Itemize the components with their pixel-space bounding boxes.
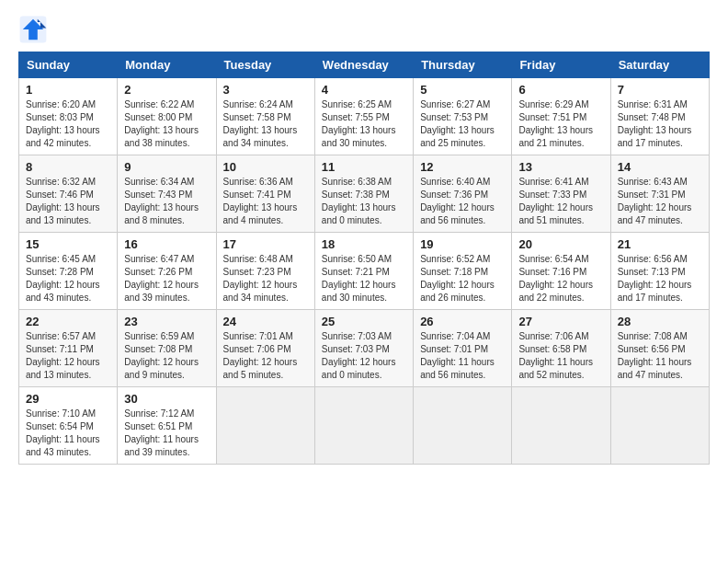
column-header-tuesday: Tuesday [216,52,314,78]
day-number: 22 [26,315,110,328]
day-cell: 21 Sunrise: 6:56 AM Sunset: 7:13 PM Dayl… [610,233,709,310]
day-info: Sunrise: 6:29 AM Sunset: 7:51 PM Dayligh… [518,98,603,150]
day-info: Sunrise: 7:12 AM Sunset: 6:51 PM Dayligh… [124,408,209,459]
column-header-friday: Friday [512,52,610,78]
day-info: Sunrise: 7:03 AM Sunset: 7:03 PM Dayligh… [322,330,406,382]
day-info: Sunrise: 6:43 AM Sunset: 7:31 PM Dayligh… [618,176,702,227]
day-info: Sunrise: 6:50 AM Sunset: 7:21 PM Dayligh… [322,253,406,304]
day-cell: 30 Sunrise: 7:12 AM Sunset: 6:51 PM Dayl… [118,387,216,465]
day-info: Sunrise: 6:48 AM Sunset: 7:23 PM Dayligh… [223,253,308,304]
day-number: 2 [124,83,209,97]
day-info: Sunrise: 6:40 AM Sunset: 7:36 PM Dayligh… [420,176,505,227]
day-number: 10 [223,160,308,174]
week-row-3: 15 Sunrise: 6:45 AM Sunset: 7:28 PM Dayl… [19,233,710,310]
day-cell: 12 Sunrise: 6:40 AM Sunset: 7:36 PM Dayl… [414,155,512,233]
day-cell: 18 Sunrise: 6:50 AM Sunset: 7:21 PM Dayl… [314,233,413,310]
day-info: Sunrise: 6:20 AM Sunset: 8:03 PM Dayligh… [26,98,110,150]
day-number: 7 [618,83,702,97]
day-number: 6 [518,83,603,97]
day-cell: 25 Sunrise: 7:03 AM Sunset: 7:03 PM Dayl… [314,310,413,387]
day-cell: 28 Sunrise: 7:08 AM Sunset: 6:56 PM Dayl… [610,310,709,387]
day-number: 14 [618,160,702,174]
day-cell: 6 Sunrise: 6:29 AM Sunset: 7:51 PM Dayli… [512,78,610,155]
logo-icon [18,15,48,44]
day-cell: 17 Sunrise: 6:48 AM Sunset: 7:23 PM Dayl… [216,233,314,310]
header-row: SundayMondayTuesdayWednesdayThursdayFrid… [19,52,710,78]
column-header-monday: Monday [118,52,216,78]
day-cell: 10 Sunrise: 6:36 AM Sunset: 7:41 PM Dayl… [216,155,314,233]
day-info: Sunrise: 6:36 AM Sunset: 7:41 PM Dayligh… [223,176,308,227]
day-info: Sunrise: 6:57 AM Sunset: 7:11 PM Dayligh… [26,330,110,382]
day-number: 21 [618,237,702,251]
day-cell: 5 Sunrise: 6:27 AM Sunset: 7:53 PM Dayli… [414,78,512,155]
week-row-1: 1 Sunrise: 6:20 AM Sunset: 8:03 PM Dayli… [19,78,710,155]
day-cell [314,387,413,465]
day-info: Sunrise: 6:52 AM Sunset: 7:18 PM Dayligh… [420,253,505,304]
day-number: 5 [420,83,505,97]
day-number: 12 [420,160,505,174]
day-info: Sunrise: 7:06 AM Sunset: 6:58 PM Dayligh… [518,330,603,382]
day-number: 18 [322,237,406,251]
day-cell [610,387,709,465]
day-cell: 23 Sunrise: 6:59 AM Sunset: 7:08 PM Dayl… [118,310,216,387]
day-number: 17 [223,237,308,251]
day-cell: 19 Sunrise: 6:52 AM Sunset: 7:18 PM Dayl… [414,233,512,310]
day-number: 28 [618,315,702,328]
day-number: 19 [420,237,505,251]
header [18,15,710,44]
day-info: Sunrise: 6:27 AM Sunset: 7:53 PM Dayligh… [420,98,505,150]
day-cell: 22 Sunrise: 6:57 AM Sunset: 7:11 PM Dayl… [19,310,118,387]
day-cell: 15 Sunrise: 6:45 AM Sunset: 7:28 PM Dayl… [19,233,118,310]
day-info: Sunrise: 6:38 AM Sunset: 7:38 PM Dayligh… [322,176,406,227]
day-number: 27 [518,315,603,328]
calendar-table: SundayMondayTuesdayWednesdayThursdayFrid… [18,52,710,465]
day-info: Sunrise: 6:32 AM Sunset: 7:46 PM Dayligh… [26,176,110,227]
day-cell: 1 Sunrise: 6:20 AM Sunset: 8:03 PM Dayli… [19,78,118,155]
day-info: Sunrise: 6:47 AM Sunset: 7:26 PM Dayligh… [124,253,209,304]
day-cell: 26 Sunrise: 7:04 AM Sunset: 7:01 PM Dayl… [414,310,512,387]
day-cell: 16 Sunrise: 6:47 AM Sunset: 7:26 PM Dayl… [118,233,216,310]
day-number: 16 [124,237,209,251]
day-info: Sunrise: 6:34 AM Sunset: 7:43 PM Dayligh… [124,176,209,227]
day-info: Sunrise: 7:08 AM Sunset: 6:56 PM Dayligh… [618,330,702,382]
column-header-thursday: Thursday [414,52,512,78]
day-number: 23 [124,315,209,328]
week-row-2: 8 Sunrise: 6:32 AM Sunset: 7:46 PM Dayli… [19,155,710,233]
day-cell: 20 Sunrise: 6:54 AM Sunset: 7:16 PM Dayl… [512,233,610,310]
day-number: 13 [518,160,603,174]
column-header-saturday: Saturday [610,52,709,78]
day-info: Sunrise: 6:54 AM Sunset: 7:16 PM Dayligh… [518,253,603,304]
day-number: 29 [26,392,110,406]
day-cell [512,387,610,465]
column-header-wednesday: Wednesday [314,52,413,78]
column-header-sunday: Sunday [19,52,118,78]
week-row-4: 22 Sunrise: 6:57 AM Sunset: 7:11 PM Dayl… [19,310,710,387]
day-cell: 4 Sunrise: 6:25 AM Sunset: 7:55 PM Dayli… [314,78,413,155]
week-row-5: 29 Sunrise: 7:10 AM Sunset: 6:54 PM Dayl… [19,387,710,465]
day-number: 9 [124,160,209,174]
day-info: Sunrise: 7:10 AM Sunset: 6:54 PM Dayligh… [26,408,110,459]
day-number: 25 [322,315,406,328]
day-info: Sunrise: 7:04 AM Sunset: 7:01 PM Dayligh… [420,330,505,382]
day-info: Sunrise: 6:25 AM Sunset: 7:55 PM Dayligh… [322,98,406,150]
day-number: 8 [26,160,110,174]
day-number: 1 [26,83,110,97]
day-info: Sunrise: 6:59 AM Sunset: 7:08 PM Dayligh… [124,330,209,382]
day-cell [414,387,512,465]
day-info: Sunrise: 6:24 AM Sunset: 7:58 PM Dayligh… [223,98,308,150]
day-cell: 13 Sunrise: 6:41 AM Sunset: 7:33 PM Dayl… [512,155,610,233]
day-info: Sunrise: 6:22 AM Sunset: 8:00 PM Dayligh… [124,98,209,150]
day-number: 20 [518,237,603,251]
day-info: Sunrise: 6:56 AM Sunset: 7:13 PM Dayligh… [618,253,702,304]
day-cell: 3 Sunrise: 6:24 AM Sunset: 7:58 PM Dayli… [216,78,314,155]
day-number: 15 [26,237,110,251]
day-number: 11 [322,160,406,174]
day-number: 24 [223,315,308,328]
day-cell: 2 Sunrise: 6:22 AM Sunset: 8:00 PM Dayli… [118,78,216,155]
day-number: 30 [124,392,209,406]
day-info: Sunrise: 7:01 AM Sunset: 7:06 PM Dayligh… [223,330,308,382]
day-number: 26 [420,315,505,328]
day-number: 3 [223,83,308,97]
page: SundayMondayTuesdayWednesdayThursdayFrid… [0,0,728,563]
day-cell: 7 Sunrise: 6:31 AM Sunset: 7:48 PM Dayli… [610,78,709,155]
